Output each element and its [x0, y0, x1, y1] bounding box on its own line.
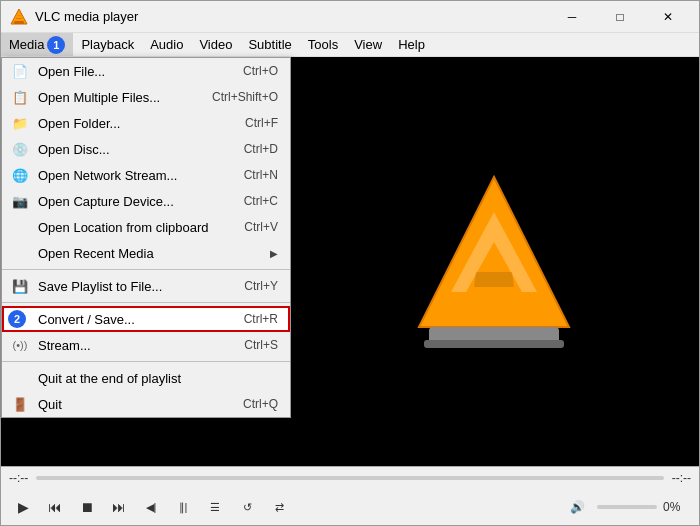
menu-open-recent[interactable]: Open Recent Media ▶ [2, 240, 290, 266]
window-controls: ─ □ ✕ [549, 1, 691, 33]
volume-slider[interactable] [597, 505, 657, 509]
bottom-bar: --:-- --:-- ▶ ⏮ ⏹ ⏭ ◀| ∥| ☰ ↺ ⇄ 🔊 0% [1, 466, 699, 525]
menu-open-network[interactable]: Open Network Stream... Ctrl+N [2, 162, 290, 188]
volume-label: 0% [663, 500, 691, 514]
open-capture-icon [10, 194, 30, 209]
menu-item-playback[interactable]: Playback [73, 33, 142, 56]
menu-open-disc[interactable]: Open Disc... Ctrl+D [2, 136, 290, 162]
quit-icon [10, 397, 30, 412]
menu-item-help[interactable]: Help [390, 33, 433, 56]
menu-open-capture[interactable]: Open Capture Device... Ctrl+C [2, 188, 290, 214]
playlist-button[interactable]: ☰ [201, 493, 229, 521]
stream-icon: (•)) [10, 339, 30, 351]
convert-save-badge: 2 [8, 310, 26, 328]
menu-quit[interactable]: Quit Ctrl+Q [2, 391, 290, 417]
minimize-button[interactable]: ─ [549, 1, 595, 33]
vlc-logo [414, 172, 574, 352]
menu-open-file[interactable]: Open File... Ctrl+O [2, 58, 290, 84]
svg-rect-8 [424, 340, 564, 348]
menu-item-media[interactable]: Media 1 [1, 33, 73, 56]
menu-open-location[interactable]: Open Location from clipboard Ctrl+V [2, 214, 290, 240]
menu-item-video[interactable]: Video [191, 33, 240, 56]
svg-rect-3 [18, 15, 21, 16]
arrow-icon: ▶ [270, 248, 278, 259]
menu-item-audio[interactable]: Audio [142, 33, 191, 56]
next-button[interactable]: ⏭ [105, 493, 133, 521]
time-left: --:-- [9, 471, 28, 485]
play-button[interactable]: ▶ [9, 493, 37, 521]
time-slider[interactable] [36, 476, 663, 480]
media-dropdown-menu: Open File... Ctrl+O Open Multiple Files.… [1, 57, 291, 418]
video-area [289, 57, 699, 466]
frame-prev-button[interactable]: ◀| [137, 493, 165, 521]
menu-open-multiple[interactable]: Open Multiple Files... Ctrl+Shift+O [2, 84, 290, 110]
close-button[interactable]: ✕ [645, 1, 691, 33]
menu-item-subtitle[interactable]: Subtitle [240, 33, 299, 56]
separator-3 [2, 361, 290, 362]
eq-button[interactable]: ∥| [169, 493, 197, 521]
svg-rect-1 [14, 21, 24, 24]
main-area: Open File... Ctrl+O Open Multiple Files.… [1, 57, 699, 466]
open-disc-icon [10, 142, 30, 157]
window-title: VLC media player [35, 9, 549, 24]
separator-2 [2, 302, 290, 303]
media-badge: 1 [47, 36, 65, 54]
menu-bar: Media 1 Playback Audio Video Subtitle To… [1, 33, 699, 57]
svg-marker-9 [474, 272, 514, 287]
shuffle-button[interactable]: ⇄ [265, 493, 293, 521]
title-bar: VLC media player ─ □ ✕ [1, 1, 699, 33]
open-network-icon [10, 168, 30, 183]
time-right: --:-- [672, 471, 691, 485]
loop-button[interactable]: ↺ [233, 493, 261, 521]
vlc-icon [9, 7, 29, 27]
vlc-window: VLC media player ─ □ ✕ Media 1 Playback … [0, 0, 700, 526]
menu-open-folder[interactable]: Open Folder... Ctrl+F [2, 110, 290, 136]
menu-item-tools[interactable]: Tools [300, 33, 346, 56]
menu-stream[interactable]: (•)) Stream... Ctrl+S [2, 332, 290, 358]
menu-quit-end[interactable]: Quit at the end of playlist [2, 365, 290, 391]
menu-item-view[interactable]: View [346, 33, 390, 56]
menu-convert-save[interactable]: 2 Convert / Save... Ctrl+R [2, 306, 290, 332]
controls-bar: ▶ ⏮ ⏹ ⏭ ◀| ∥| ☰ ↺ ⇄ 🔊 0% [1, 489, 699, 525]
stop-button[interactable]: ⏹ [73, 493, 101, 521]
time-bar: --:-- --:-- [1, 467, 699, 489]
menu-save-playlist[interactable]: Save Playlist to File... Ctrl+Y [2, 273, 290, 299]
open-folder-icon [10, 116, 30, 131]
save-playlist-icon [10, 279, 30, 294]
svg-rect-2 [16, 18, 22, 19]
separator-1 [2, 269, 290, 270]
maximize-button[interactable]: □ [597, 1, 643, 33]
prev-button[interactable]: ⏮ [41, 493, 69, 521]
open-multiple-icon [10, 90, 30, 105]
open-file-icon [10, 64, 30, 79]
volume-area: 🔊 0% [563, 493, 691, 521]
volume-icon-button[interactable]: 🔊 [563, 493, 591, 521]
